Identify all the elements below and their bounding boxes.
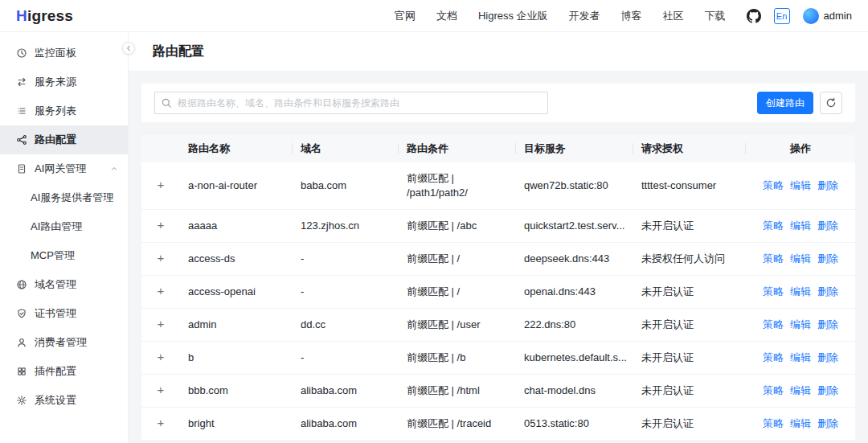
- route-auth-cell: 未授权任何人访问: [633, 243, 746, 276]
- route-name-cell: b: [180, 342, 293, 375]
- app-shell: 监控面板 服务来源 服务列表 路由配置 AI网关管理 AI服务提供者管理 AI路…: [0, 32, 868, 443]
- nav-blog[interactable]: 博客: [621, 9, 642, 23]
- delete-link[interactable]: 删除: [817, 318, 838, 330]
- avatar: [803, 8, 819, 24]
- chevron-up-icon: [110, 165, 118, 173]
- route-domain-cell: alibaba.com: [293, 375, 399, 408]
- expand-cell: +: [141, 408, 180, 441]
- policy-link[interactable]: 策略: [763, 252, 784, 265]
- route-condition-cell: 前缀匹配 | /user: [399, 309, 516, 342]
- edit-link[interactable]: 编辑: [790, 179, 811, 191]
- create-route-button[interactable]: 创建路由: [757, 92, 813, 114]
- sidebar-item-plugin[interactable]: 插件配置: [0, 357, 128, 386]
- expand-row-button[interactable]: +: [158, 251, 165, 265]
- nav-docs[interactable]: 文档: [436, 9, 457, 23]
- policy-link[interactable]: 策略: [763, 179, 784, 191]
- policy-link[interactable]: 策略: [763, 384, 784, 396]
- nav-community[interactable]: 社区: [663, 9, 684, 23]
- sidebar-item-domain[interactable]: 域名管理: [0, 270, 128, 299]
- sidebar-item-label: MCP管理: [31, 248, 75, 263]
- policy-link[interactable]: 策略: [763, 318, 784, 330]
- expand-row-button[interactable]: +: [158, 317, 165, 330]
- header-condition: 路由条件: [399, 135, 516, 162]
- edit-link[interactable]: 编辑: [790, 285, 811, 297]
- expand-row-button[interactable]: +: [158, 284, 165, 297]
- sidebar-item-ai-route[interactable]: AI路由管理: [0, 212, 128, 241]
- delete-link[interactable]: 删除: [817, 252, 838, 265]
- sidebar-item-cert[interactable]: 证书管理: [0, 299, 128, 328]
- edit-link[interactable]: 编辑: [790, 219, 811, 232]
- table-row: +access-ds-前缀匹配 | /deepseek.dns:443未授权任何…: [141, 243, 855, 276]
- nav-official-site[interactable]: 官网: [395, 9, 416, 23]
- route-condition-cell: 前缀匹配 | /traceid: [399, 408, 516, 441]
- refresh-button[interactable]: [820, 92, 842, 114]
- route-service-cell: qwen72b.static:80: [516, 162, 633, 210]
- sidebar-item-label: 路由配置: [35, 133, 76, 147]
- app-logo[interactable]: Higress: [16, 7, 73, 25]
- route-actions-cell: 策略编辑删除: [746, 243, 855, 276]
- edit-link[interactable]: 编辑: [790, 417, 811, 429]
- sidebar-item-label: AI服务提供者管理: [31, 191, 113, 205]
- route-name-cell: a-non-ai-router: [180, 162, 293, 210]
- sidebar-item-label: 服务列表: [35, 104, 76, 118]
- route-domain-cell: -: [293, 276, 399, 309]
- edit-link[interactable]: 编辑: [790, 384, 811, 396]
- route-condition-cell: 前缀匹配 | /html: [399, 375, 516, 408]
- sidebar-item-service-list[interactable]: 服务列表: [0, 96, 128, 125]
- header-service: 目标服务: [516, 135, 633, 162]
- delete-link[interactable]: 删除: [817, 179, 838, 191]
- user-menu[interactable]: admin: [803, 8, 852, 24]
- sidebar-item-ai-provider[interactable]: AI服务提供者管理: [0, 183, 128, 212]
- app-logo-rest: igress: [27, 7, 73, 25]
- edit-link[interactable]: 编辑: [790, 318, 811, 330]
- expand-cell: +: [141, 276, 180, 309]
- expand-row-button[interactable]: +: [158, 350, 165, 363]
- monitor-icon: [16, 47, 27, 59]
- edit-link[interactable]: 编辑: [790, 351, 811, 363]
- delete-link[interactable]: 删除: [817, 417, 838, 429]
- delete-link[interactable]: 删除: [817, 351, 838, 363]
- delete-link[interactable]: 删除: [817, 285, 838, 297]
- route-auth-cell: 未开启认证: [633, 309, 746, 342]
- route-name-cell: bbb.com: [180, 375, 293, 408]
- route-condition-cell: 前缀匹配 | /: [399, 276, 516, 309]
- sidebar-item-system-settings[interactable]: 系统设置: [0, 386, 128, 415]
- expand-row-button[interactable]: +: [158, 178, 165, 191]
- delete-link[interactable]: 删除: [817, 384, 838, 396]
- policy-link[interactable]: 策略: [763, 285, 784, 297]
- chevron-left-icon: [125, 45, 132, 51]
- edit-link[interactable]: 编辑: [790, 252, 811, 265]
- collapse-sidebar-button[interactable]: [122, 42, 135, 55]
- sidebar-group-ai-gateway[interactable]: AI网关管理: [0, 154, 128, 183]
- route-actions-cell: 策略编辑删除: [746, 162, 855, 210]
- nav-enterprise[interactable]: Higress 企业版: [478, 9, 548, 23]
- delete-link[interactable]: 删除: [817, 219, 838, 232]
- route-domain-cell: -: [293, 342, 399, 375]
- search-input[interactable]: [154, 92, 548, 114]
- github-icon[interactable]: [747, 9, 761, 23]
- expand-row-button[interactable]: +: [158, 416, 165, 429]
- table-row: +bbb.comalibaba.com前缀匹配 | /htmlchat-mode…: [141, 375, 855, 408]
- route-table-head: 路由名称 域名 路由条件 目标服务 请求授权 操作: [141, 135, 855, 162]
- sidebar-item-mcp[interactable]: MCP管理: [0, 241, 128, 270]
- route-condition-cell: 前缀匹配 | /path1/path2/: [399, 162, 516, 210]
- sidebar-item-service-source[interactable]: 服务来源: [0, 68, 128, 96]
- topbar-nav: 官网 文档 Higress 企业版 开发者 博客 社区 下载: [395, 9, 726, 23]
- policy-link[interactable]: 策略: [763, 417, 784, 429]
- route-name-cell: access-ds: [180, 243, 293, 276]
- sidebar-item-label: 系统设置: [35, 393, 76, 408]
- policy-link[interactable]: 策略: [763, 219, 784, 232]
- nav-developer[interactable]: 开发者: [569, 9, 600, 23]
- route-domain-cell: alibaba.com: [293, 408, 399, 441]
- table-row: +b-前缀匹配 | /bkubernetes.default.s...未开启认证…: [141, 342, 855, 375]
- expand-row-button[interactable]: +: [158, 218, 165, 232]
- sidebar-item-consumer[interactable]: 消费者管理: [0, 328, 128, 357]
- nav-download[interactable]: 下载: [705, 9, 726, 23]
- shield-icon: [16, 308, 27, 319]
- expand-row-button[interactable]: +: [158, 383, 165, 396]
- search-icon: [161, 97, 172, 111]
- sidebar-item-route-config[interactable]: 路由配置: [0, 125, 128, 154]
- sidebar-item-monitor[interactable]: 监控面板: [0, 39, 128, 68]
- language-toggle-button[interactable]: En: [774, 8, 790, 24]
- policy-link[interactable]: 策略: [763, 351, 784, 363]
